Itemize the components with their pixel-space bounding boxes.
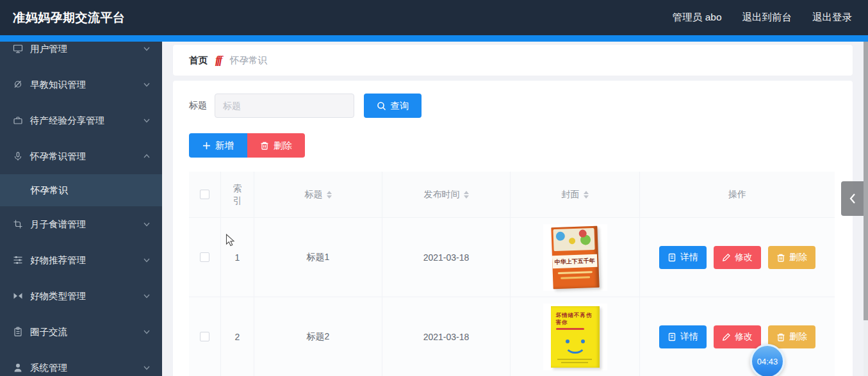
cover-title-text: 坏情绪不再伤害你 <box>556 312 594 326</box>
sidebar-item-label: 好物推荐管理 <box>30 254 143 266</box>
chevron-down-icon <box>143 328 151 336</box>
detail-button[interactable]: 详情 <box>659 246 707 269</box>
panel-collapse-handle[interactable] <box>841 181 864 216</box>
edit-button[interactable]: 修改 <box>714 246 761 269</box>
top-header: 准妈妈孕期交流平台 管理员 abo 退出到前台 退出登录 <box>0 0 868 35</box>
row-delete-button[interactable]: 删除 <box>768 246 815 269</box>
user-label: 管理员 abo <box>673 11 722 24</box>
row-checkbox[interactable] <box>200 332 209 341</box>
trash-icon <box>776 253 785 262</box>
pen-icon <box>722 332 731 341</box>
search-icon <box>377 101 386 111</box>
row-checkbox[interactable] <box>200 252 209 262</box>
sidebar-item-pregnancy-knowledge[interactable]: 怀孕常识管理 <box>0 138 162 174</box>
cover-title-text: 中华上下五千年 <box>554 256 594 266</box>
bell-slash-icon <box>13 79 23 90</box>
sidebar-item-label: 用户管理 <box>30 43 143 55</box>
sidebar-subitem-pregnancy-knowledge[interactable]: 怀孕常识 <box>0 174 162 206</box>
search-label: 标题 <box>189 100 207 111</box>
sidebar-item-label: 系统管理 <box>30 362 143 374</box>
scrollbar-thumb[interactable] <box>864 42 868 320</box>
row-delete-button[interactable]: 删除 <box>768 325 815 348</box>
header-right: 管理员 abo 退出到前台 退出登录 <box>673 11 852 24</box>
search-bar: 标题 查询 <box>189 94 837 118</box>
column-header-title[interactable]: 标题 <box>254 172 382 218</box>
vertical-scrollbar <box>864 42 868 376</box>
breadcrumb-separator-icon: fff <box>215 54 221 67</box>
sidebar-item-goods-recommendation[interactable]: 好物推荐管理 <box>0 242 162 278</box>
briefcase-icon <box>13 115 23 126</box>
data-table: 索引 标题 发布时间 封面 操作 1 标题1 2021-0 <box>189 172 835 376</box>
accent-strip <box>0 35 868 42</box>
trash-icon <box>260 141 269 150</box>
sidebar-item-goods-type[interactable]: 好物类型管理 <box>0 278 162 314</box>
sidebar-item-label: 怀孕常识管理 <box>30 151 143 163</box>
main-panel: 标题 查询 新增 删除 索引 <box>173 81 853 376</box>
crop-icon <box>13 219 23 229</box>
timer-value: 04:43 <box>757 357 778 366</box>
plus-icon <box>202 142 211 150</box>
breadcrumb: 首页 fff 怀孕常识 <box>173 45 853 76</box>
table-cell-title: 标题1 <box>254 218 382 297</box>
chevron-down-icon <box>143 292 151 300</box>
document-icon <box>667 332 676 341</box>
sidebar-subitem-label: 怀孕常识 <box>31 184 68 197</box>
user-icon <box>13 363 23 373</box>
breadcrumb-home-link[interactable]: 首页 <box>189 54 208 67</box>
detail-button[interactable]: 详情 <box>659 325 707 348</box>
sidebar-menu: 用户管理 早教知识管理 待产经验分享管理 怀孕常识管理 怀孕常识 月子食谱管理 <box>0 35 162 376</box>
sidebar-item-label: 月子食谱管理 <box>30 218 143 231</box>
table-cell-cover: 坏情绪不再伤害你 <box>511 297 640 376</box>
sidebar-item-system-management[interactable]: 系统管理 <box>0 350 162 376</box>
clipboard-icon <box>13 327 23 337</box>
chevron-up-icon <box>143 152 151 160</box>
table-cell-date: 2021-03-18 <box>382 218 511 297</box>
sidebar: 用户管理 早教知识管理 待产经验分享管理 怀孕常识管理 怀孕常识 月子食谱管理 <box>0 35 162 376</box>
bowtie-icon <box>13 291 23 301</box>
document-icon <box>667 253 676 262</box>
app-title: 准妈妈孕期交流平台 <box>13 10 126 26</box>
chevron-left-icon <box>848 193 857 204</box>
column-header-index: 索引 <box>221 172 254 218</box>
cover-image: 坏情绪不再伤害你 <box>543 304 607 370</box>
sort-caret-icon[interactable] <box>464 191 469 199</box>
sort-caret-icon[interactable] <box>327 191 332 199</box>
logout-link[interactable]: 退出登录 <box>812 11 852 24</box>
chevron-down-icon <box>143 256 151 264</box>
sidebar-item-label: 待产经验分享管理 <box>30 115 143 127</box>
microphone-icon <box>13 151 23 161</box>
exit-to-front-link[interactable]: 退出到前台 <box>742 11 792 24</box>
column-header-actions: 操作 <box>640 172 835 218</box>
sidebar-item-label: 早教知识管理 <box>30 79 143 91</box>
table-cell-actions: 详情 修改 删除 <box>640 297 835 376</box>
edit-button[interactable]: 修改 <box>714 325 761 348</box>
sort-caret-icon[interactable] <box>584 191 589 199</box>
table-cell-title: 标题2 <box>254 297 382 376</box>
table-cell-date: 2021-03-18 <box>382 297 511 376</box>
column-header-date[interactable]: 发布时间 <box>382 172 511 218</box>
trash-icon <box>776 332 785 341</box>
chevron-down-icon <box>143 117 151 124</box>
delete-button[interactable]: 删除 <box>247 133 305 158</box>
sidebar-item-early-education[interactable]: 早教知识管理 <box>0 67 162 102</box>
title-search-input[interactable] <box>215 94 354 118</box>
sidebar-item-confinement-recipes[interactable]: 月子食谱管理 <box>0 206 162 242</box>
sidebar-item-prenatal-experience[interactable]: 待产经验分享管理 <box>0 102 162 138</box>
cover-image: 中华上下五千年 <box>543 224 607 291</box>
table-row-checkbox-cell <box>189 297 221 376</box>
query-button[interactable]: 查询 <box>364 94 422 118</box>
select-all-checkbox[interactable] <box>200 190 209 199</box>
table-toolbar: 新增 删除 <box>189 133 837 158</box>
sidebar-item-circle-exchange[interactable]: 圈子交流 <box>0 314 162 350</box>
add-button[interactable]: 新增 <box>189 133 247 158</box>
table-cell-cover: 中华上下五千年 <box>511 218 640 297</box>
chevron-down-icon <box>143 81 151 88</box>
column-header-cover[interactable]: 封面 <box>511 172 640 218</box>
chevron-down-icon <box>143 45 151 53</box>
pen-icon <box>722 253 731 262</box>
timer-bubble[interactable]: 04:43 <box>750 344 785 376</box>
table-row-checkbox-cell <box>189 218 221 297</box>
select-all-header-cell <box>189 172 221 218</box>
monitor-icon <box>13 44 23 54</box>
content-area: 首页 fff 怀孕常识 标题 查询 新增 删除 <box>162 42 868 376</box>
